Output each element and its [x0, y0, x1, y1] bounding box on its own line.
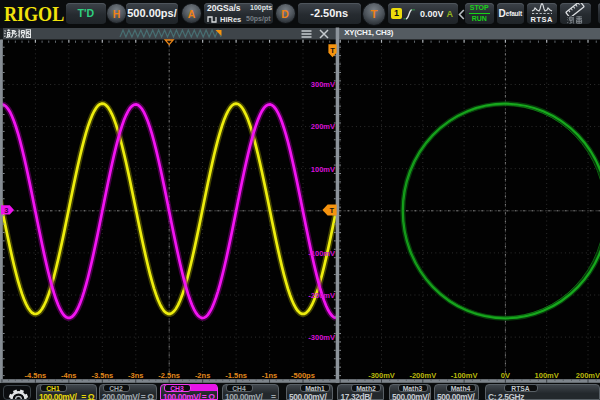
- svg-text:-1ns: -1ns: [262, 371, 277, 380]
- svg-text:-200mV: -200mV: [409, 371, 436, 380]
- svg-text:-3ns: -3ns: [128, 371, 143, 380]
- svg-text:-1.5ns: -1.5ns: [225, 371, 247, 380]
- svg-text:-500ps: -500ps: [291, 371, 315, 380]
- svg-text:100mV: 100mV: [535, 371, 559, 380]
- svg-text:T: T: [330, 46, 335, 55]
- svg-text:0V: 0V: [501, 371, 510, 380]
- svg-text:-300mV: -300mV: [308, 333, 335, 342]
- svg-text:T: T: [330, 206, 335, 215]
- svg-text:200mV: 200mV: [311, 122, 335, 131]
- svg-text:-2.5ns: -2.5ns: [158, 371, 180, 380]
- svg-text:-4ns: -4ns: [61, 371, 76, 380]
- svg-text:300mV: 300mV: [311, 80, 335, 89]
- svg-text:-200mV: -200mV: [308, 291, 335, 300]
- svg-text:-2ns: -2ns: [195, 371, 210, 380]
- svg-text:-4.5ns: -4.5ns: [25, 371, 47, 380]
- svg-text:-300mV: -300mV: [368, 371, 395, 380]
- svg-text:-100mV: -100mV: [308, 249, 335, 258]
- svg-text:100mV: 100mV: [311, 165, 335, 174]
- svg-text:3: 3: [4, 206, 8, 215]
- svg-text:-100mV: -100mV: [451, 371, 478, 380]
- svg-text:-3.5ns: -3.5ns: [91, 371, 113, 380]
- svg-text:200mV: 200mV: [576, 371, 600, 380]
